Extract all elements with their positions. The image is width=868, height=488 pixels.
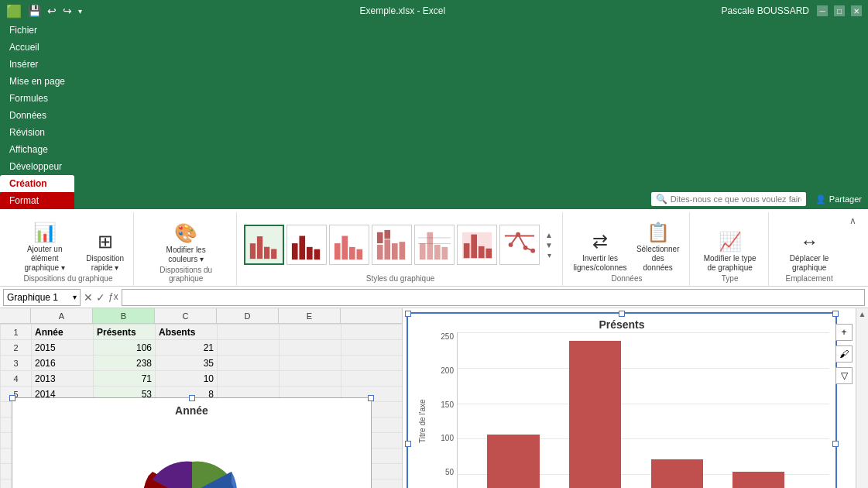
undo-button[interactable]: ↩ [46,3,58,19]
search-input[interactable] [671,194,801,204]
bar-handle-tr[interactable] [832,311,839,317]
ribbon-tab-inserer[interactable]: Insérer [0,56,74,73]
chart-styles [244,225,540,265]
maximize-button[interactable]: □ [834,5,845,16]
scroll-more-icon[interactable]: ▾ [547,251,551,259]
modifier-type-button[interactable]: 📈 Modifier le typede graphique [701,229,760,274]
cell-r3-c3[interactable]: 35 [156,356,218,371]
confirm-formula-icon[interactable]: ✓ [96,291,105,304]
bar-handle-mr[interactable] [832,441,839,447]
handle-tr[interactable] [368,395,374,401]
selectionner-icon: 📋 [647,222,670,243]
pie-chart-svg [76,423,308,488]
cell-r1-c6[interactable] [341,325,403,340]
redo-button[interactable]: ↪ [61,3,74,19]
chart-style-4[interactable] [372,225,412,265]
cell-r3-c2[interactable]: 238 [94,356,156,371]
cancel-formula-icon[interactable]: ✕ [84,291,93,304]
svg-rect-9 [342,236,348,260]
ribbon-tab-formules[interactable]: Formules [0,90,74,107]
insert-function-icon[interactable]: ƒx [108,291,118,304]
ribbon-tab-developpeur[interactable]: Développeur [0,158,74,175]
ribbon-tab-format[interactable]: Format [0,192,74,209]
person-icon: 👤 [815,194,826,204]
chart-style-1[interactable] [244,225,284,265]
close-button[interactable]: ✕ [851,5,862,16]
chart-style-5[interactable] [414,225,455,265]
save-button[interactable]: 💾 [26,3,43,19]
cell-r2-c1[interactable]: 2015 [32,340,94,356]
add-element-button[interactable]: 📊 Ajouter un élémentgraphique ▾ [9,220,80,274]
cell-r1-c1[interactable]: Année [32,325,94,340]
handle-tl[interactable] [9,395,15,401]
minimize-button[interactable]: ─ [817,5,828,16]
vertical-scrollbar[interactable]: ▲ ▼ [856,308,868,488]
chart-style-3[interactable] [329,225,369,265]
chart-controls: + 🖌 ▽ [835,324,853,384]
cell-r3-c5[interactable] [280,356,341,371]
scroll-up-btn[interactable]: ▲ [859,310,866,318]
modifier-type-label: Modifier le typede graphique [704,254,756,273]
ribbon-tab-donnees[interactable]: Données [0,107,74,124]
handle-tc[interactable] [189,395,195,401]
bar-chart-container[interactable]: Présents Titre de l'axe 250 200 150 100 … [407,312,837,488]
paintbrush-button[interactable]: 🖌 [835,345,853,363]
pie-chart-container[interactable]: Année [12,397,372,488]
chart-style-2[interactable] [286,225,327,265]
ribbon-tab-accueil[interactable]: Accueil [0,39,74,56]
cell-r4-c4[interactable] [218,371,280,387]
cell-r2-c3[interactable]: 21 [156,340,218,356]
svg-rect-0 [250,243,256,259]
modifier-couleurs-button[interactable]: 🎨 Modifier lescouleurs ▾ [163,221,209,266]
scroll-up-icon[interactable]: ▲ [545,231,553,239]
cell-r3-c1[interactable]: 2016 [32,356,94,371]
svg-rect-17 [400,242,406,259]
cell-r4-c2[interactable]: 71 [94,371,156,387]
cell-r4-c3[interactable]: 10 [156,371,218,387]
name-box-arrow[interactable]: ▾ [73,293,77,301]
zoom-chart-button[interactable]: + [835,324,853,341]
cell-r3-c6[interactable] [341,356,403,371]
ribbon-tab-affichage[interactable]: Affichage [0,141,74,158]
col-header-e: E [279,308,341,323]
cell-r1-c4[interactable] [218,325,280,340]
name-box[interactable]: Graphique 1 ▾ [3,289,81,306]
y-tick-200: 200 [441,366,454,375]
deplacer-button[interactable]: ↔ Déplacer legraphique [787,229,832,274]
ribbon-tab-creation[interactable]: Création [0,175,74,192]
svg-rect-11 [357,249,363,259]
ribbon-tab-mise-en-page[interactable]: Mise en page [0,73,74,90]
inverser-button[interactable]: ⇄ Invertir leslignes/colonnes [571,229,630,274]
cell-r3-c4[interactable] [218,356,280,371]
collapse-icon[interactable]: ∧ [849,215,856,226]
disposition-rapide-button[interactable]: ⊞ Dispositionrapide ▾ [83,229,127,274]
chart-style-6[interactable] [457,225,497,265]
cell-r2-c2[interactable]: 106 [94,340,156,356]
chart-style-7[interactable] [499,225,540,265]
cell-r1-c2[interactable]: Présents [94,325,156,340]
filter-button[interactable]: ▽ [835,367,853,384]
cell-r4-c1[interactable]: 2013 [32,371,94,387]
cell-r2-c6[interactable] [341,340,403,356]
cell-r4-c5[interactable] [280,371,341,387]
cell-r1-c5[interactable] [280,325,341,340]
qat-more-button[interactable]: ▾ [77,5,84,17]
ribbon-collapse[interactable]: ∧ [849,212,865,286]
bar-handle-ml[interactable] [405,441,411,447]
cell-r2-c4[interactable] [218,340,280,356]
selectionner-button[interactable]: 📋 Sélectionnerdes données [633,220,683,274]
formula-icons: ✕ ✓ ƒx [84,291,118,304]
scroll-down-icon[interactable]: ▼ [545,241,553,249]
table-row: 1AnnéePrésentsAbsents [1,325,403,340]
bar-handle-tl[interactable] [405,311,411,317]
bar-handle-tc[interactable] [619,311,625,317]
ribbon-tab-revision[interactable]: Révision [0,124,74,141]
ribbon-tab-fichier[interactable]: Fichier [0,22,74,39]
svg-rect-25 [464,243,470,258]
formula-input[interactable] [122,289,865,306]
styles-scroll[interactable]: ▲ ▼ ▾ [541,231,557,259]
cell-r2-c5[interactable] [280,340,341,356]
cell-r1-c3[interactable]: Absents [156,325,218,340]
cell-r4-c6[interactable] [341,371,403,387]
title-bar: 🟩 💾 ↩ ↪ ▾ Exemple.xlsx - Excel Pascale B… [0,0,868,22]
